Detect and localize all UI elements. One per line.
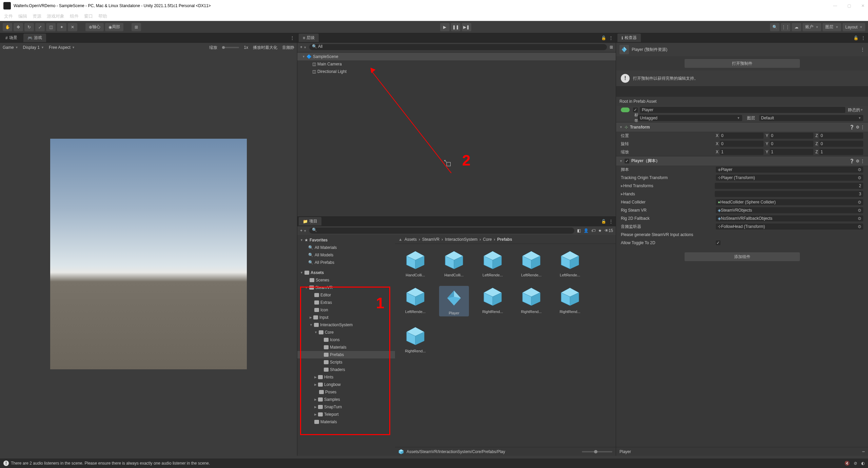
- asset-item[interactable]: RightRend...: [516, 286, 546, 316]
- project-tab[interactable]: 📁项目: [299, 217, 321, 226]
- folder-scripts[interactable]: Scripts: [297, 358, 395, 366]
- pos-x[interactable]: [720, 133, 764, 139]
- name-field[interactable]: Player: [640, 107, 845, 113]
- rig-2d-field[interactable]: ◈NoSteamVRFallbackObjects⊙: [716, 215, 863, 221]
- menu-gameobject[interactable]: 游戏对象: [47, 13, 64, 19]
- play-button[interactable]: ▶: [440, 23, 450, 31]
- status-icon[interactable]: 🔇: [845, 461, 850, 466]
- script-field[interactable]: ◈ Player⊙: [716, 167, 863, 173]
- menu-file[interactable]: 文件: [4, 13, 13, 19]
- account-dropdown[interactable]: 账户▼: [803, 23, 821, 31]
- create-dropdown[interactable]: + ▼: [300, 228, 307, 233]
- enabled-checkbox[interactable]: ✓: [633, 108, 638, 112]
- folder-scenes[interactable]: Scenes: [297, 276, 395, 284]
- rotate-tool-button[interactable]: ↻: [24, 23, 34, 31]
- folder-samples[interactable]: ▶Samples: [297, 396, 395, 403]
- folder-shaders[interactable]: Shaders: [297, 366, 395, 373]
- asset-item[interactable]: HandColli...: [439, 249, 469, 277]
- folder-extras[interactable]: Extras: [297, 299, 395, 306]
- audio-listener-field[interactable]: ⊹ FollowHead (Transform)⊙: [716, 223, 863, 230]
- transform-tool-button[interactable]: ✦: [57, 23, 66, 31]
- scene-row[interactable]: ▼🔷SampleScene: [297, 53, 616, 60]
- fav-all-models[interactable]: 🔍All Models: [297, 251, 395, 259]
- active-toggle[interactable]: [621, 108, 630, 112]
- scene-tab[interactable]: #场景: [1, 34, 21, 42]
- audio-label[interactable]: 音频静: [282, 45, 294, 51]
- rot-y[interactable]: [770, 141, 813, 147]
- menu-component[interactable]: 组件: [70, 13, 79, 19]
- folder-editor[interactable]: Editor: [297, 291, 395, 299]
- pivot-toggle[interactable]: ⊕轴心: [85, 23, 104, 31]
- menu-edit[interactable]: 编辑: [18, 13, 27, 19]
- panel-lock-icon[interactable]: 🔓: [601, 219, 606, 224]
- fav-all-materials[interactable]: 🔍All Materials: [297, 244, 395, 251]
- folder-longbow[interactable]: ▶Longbow: [297, 381, 395, 388]
- menu-help[interactable]: 帮助: [98, 13, 107, 19]
- filter-icon[interactable]: ◧: [577, 228, 581, 233]
- crumb-steamvr[interactable]: SteamVR: [422, 237, 439, 242]
- folder-hints[interactable]: ▶Hints: [297, 373, 395, 381]
- crumb-assets[interactable]: Assets: [405, 237, 417, 242]
- folder-steamvr[interactable]: ▼SteamVR: [297, 284, 395, 291]
- favorites-row[interactable]: ▼★Favorites: [297, 236, 395, 244]
- folder-materials[interactable]: Materials: [297, 344, 395, 351]
- asset-item[interactable]: RightRend...: [400, 325, 430, 353]
- rig-steam-field[interactable]: ◈SteamVRObjects⊙: [716, 207, 863, 213]
- hmd-field[interactable]: 2: [715, 183, 863, 189]
- close-button[interactable]: ✕: [861, 3, 865, 8]
- layout-dropdown[interactable]: Layout▼: [843, 23, 865, 31]
- menu-window[interactable]: 窗口: [84, 13, 93, 19]
- tracking-field[interactable]: ⊹ Player (Transform)⊙: [716, 175, 863, 181]
- open-prefab-button[interactable]: 打开预制件: [685, 59, 800, 68]
- hand-tool-button[interactable]: ✋: [3, 23, 12, 31]
- crumb-is[interactable]: InteractionSystem: [445, 237, 477, 242]
- asset-item[interactable]: LeftRende...: [478, 249, 508, 277]
- transform-header[interactable]: ▼⊹Transform ❔ ⚙ ⋮: [616, 122, 868, 132]
- scene-icon[interactable]: ⊞: [610, 45, 613, 50]
- pos-y[interactable]: [770, 133, 813, 139]
- fav-all-prefabs[interactable]: 🔍All Prefabs: [297, 259, 395, 266]
- asset-item[interactable]: RightRend...: [555, 286, 585, 316]
- aspect-dropdown[interactable]: Free Aspect▼: [49, 45, 75, 50]
- head-collider-field[interactable]: ●HeadCollider (Sphere Collider)⊙: [716, 199, 863, 205]
- folder-icon[interactable]: Icon: [297, 306, 395, 314]
- folder-core[interactable]: ▼Core: [297, 329, 395, 336]
- local-toggle[interactable]: ◉局部: [105, 23, 123, 31]
- asset-item[interactable]: RightRend...: [478, 286, 508, 316]
- layers-dropdown[interactable]: 图层▼: [823, 23, 841, 31]
- star-icon[interactable]: ★: [598, 228, 602, 233]
- hierarchy-item-directional-light[interactable]: ◫Directional Light: [297, 68, 616, 75]
- asset-item[interactable]: Player: [439, 286, 469, 316]
- create-dropdown[interactable]: + ▼: [300, 45, 307, 50]
- panel-menu-icon[interactable]: ⋮: [861, 47, 865, 52]
- panel-menu-icon[interactable]: ⋮: [609, 36, 613, 40]
- status-icon[interactable]: ⊘: [854, 461, 857, 466]
- assets-row[interactable]: ▼Assets: [297, 269, 395, 276]
- game-tab[interactable]: 🎮游戏: [23, 34, 46, 42]
- panel-menu-icon[interactable]: ⋮: [609, 219, 613, 224]
- panel-lock-icon[interactable]: 🔓: [853, 36, 859, 40]
- crumb-prefabs[interactable]: Prefabs: [497, 237, 512, 242]
- folder-snapturn[interactable]: ▶SnapTurn: [297, 403, 395, 411]
- rot-x[interactable]: [720, 141, 764, 147]
- scale-tool-button[interactable]: ⤢: [35, 23, 45, 31]
- pos-z[interactable]: [819, 133, 863, 139]
- toggle-2d-checkbox[interactable]: ✓: [716, 240, 721, 245]
- rot-z[interactable]: [819, 141, 863, 147]
- move-tool-button[interactable]: ✥: [14, 23, 23, 31]
- cloud-icon[interactable]: ☁: [792, 23, 801, 31]
- asset-item[interactable]: LeftRende...: [516, 249, 546, 277]
- folder-teleport[interactable]: ▶Teleport: [297, 411, 395, 418]
- menu-assets[interactable]: 资源: [33, 13, 41, 19]
- rect-tool-button[interactable]: ◫: [46, 23, 56, 31]
- scl-y[interactable]: [770, 149, 813, 155]
- hierarchy-search[interactable]: 🔍 All: [309, 44, 607, 50]
- folder-poses[interactable]: Poses: [297, 388, 395, 396]
- filter-icon[interactable]: 🏷: [591, 228, 595, 233]
- inspector-tab[interactable]: ℹ检查器: [617, 34, 641, 42]
- custom-tool-button[interactable]: ✕: [68, 23, 77, 31]
- asset-item[interactable]: HandColli...: [400, 249, 430, 277]
- prop-label[interactable]: Hmd Transforms: [623, 183, 715, 188]
- filter-icon[interactable]: 👤: [584, 228, 589, 233]
- static-label[interactable]: 静态的: [848, 107, 860, 113]
